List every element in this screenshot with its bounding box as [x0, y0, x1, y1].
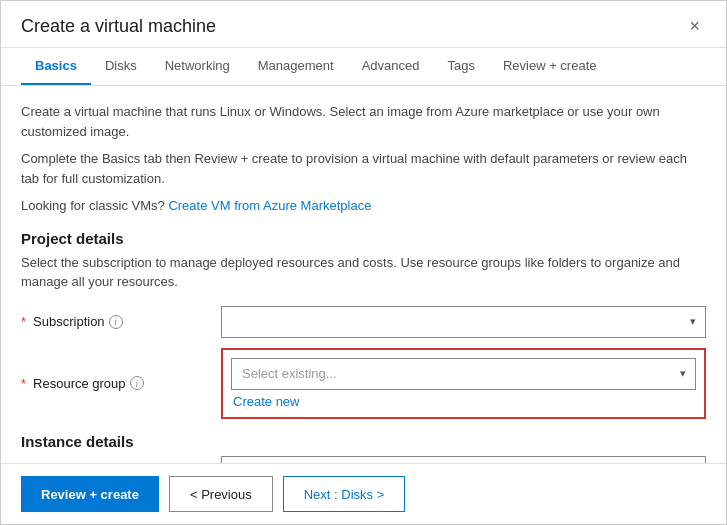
vm-name-input[interactable] — [221, 456, 706, 464]
resource-group-box: Select existing... ▾ Create new — [221, 348, 706, 419]
review-create-button[interactable]: Review + create — [21, 476, 159, 512]
tab-review-create[interactable]: Review + create — [489, 48, 611, 85]
tab-disks[interactable]: Disks — [91, 48, 151, 85]
resource-group-select[interactable]: Select existing... — [231, 358, 696, 390]
description-line1: Create a virtual machine that runs Linux… — [21, 102, 706, 141]
create-new-resource-group-link[interactable]: Create new — [231, 394, 696, 409]
classic-prefix: Looking for classic VMs? — [21, 198, 168, 213]
resource-group-label: * Resource group i — [21, 376, 221, 391]
project-details-title: Project details — [21, 230, 706, 247]
resource-group-required: * — [21, 376, 26, 391]
classic-vm-link[interactable]: Create VM from Azure Marketplace — [168, 198, 371, 213]
close-button[interactable]: × — [683, 15, 706, 37]
subscription-control: ▾ — [221, 306, 706, 338]
subscription-select[interactable] — [221, 306, 706, 338]
project-details-description: Select the subscription to manage deploy… — [21, 253, 706, 292]
create-vm-dialog: Create a virtual machine × Basics Disks … — [0, 0, 727, 525]
subscription-select-wrapper: ▾ — [221, 306, 706, 338]
resource-group-row: * Resource group i Select existing... ▾ … — [21, 348, 706, 419]
resource-group-info-icon[interactable]: i — [130, 376, 144, 390]
description-classic: Looking for classic VMs? Create VM from … — [21, 196, 706, 216]
description-line2: Complete the Basics tab then Review + cr… — [21, 149, 706, 188]
tab-advanced[interactable]: Advanced — [348, 48, 434, 85]
tabs-bar: Basics Disks Networking Management Advan… — [1, 48, 726, 86]
dialog-header: Create a virtual machine × — [1, 1, 726, 48]
vm-name-control — [221, 456, 706, 464]
tab-management[interactable]: Management — [244, 48, 348, 85]
subscription-row: * Subscription i ▾ — [21, 306, 706, 338]
tab-basics[interactable]: Basics — [21, 48, 91, 85]
dialog-title: Create a virtual machine — [21, 16, 216, 37]
subscription-info-icon[interactable]: i — [109, 315, 123, 329]
subscription-required: * — [21, 314, 26, 329]
vm-name-row: * Virtual machine name i — [21, 456, 706, 464]
previous-button[interactable]: < Previous — [169, 476, 273, 512]
tab-tags[interactable]: Tags — [433, 48, 488, 85]
instance-details-title: Instance details — [21, 433, 706, 450]
subscription-label: * Subscription i — [21, 314, 221, 329]
next-button[interactable]: Next : Disks > — [283, 476, 406, 512]
dialog-content: Create a virtual machine that runs Linux… — [1, 86, 726, 463]
tab-networking[interactable]: Networking — [151, 48, 244, 85]
resource-group-select-row: Select existing... ▾ — [231, 358, 696, 390]
dialog-footer: Review + create < Previous Next : Disks … — [1, 463, 726, 524]
